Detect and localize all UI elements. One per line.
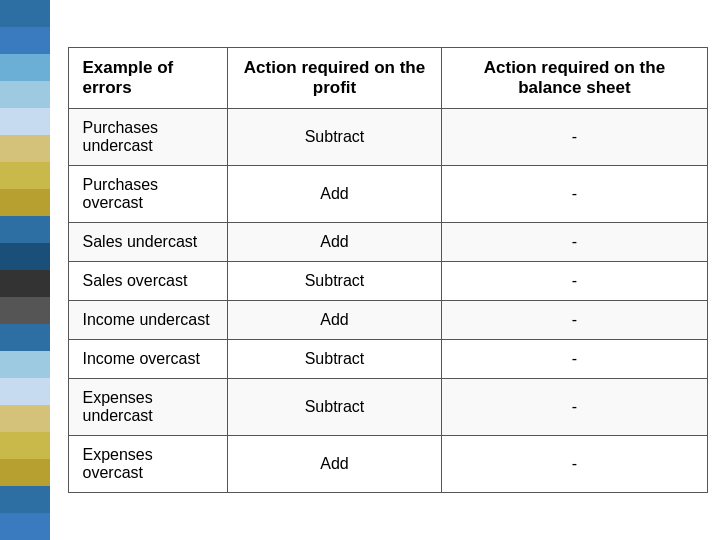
cell-balance-action: - <box>442 379 707 436</box>
table-row: Sales undercastAdd- <box>68 223 707 262</box>
cell-example: Expenses overcast <box>68 436 227 493</box>
cell-balance-action: - <box>442 301 707 340</box>
cell-profit-action: Add <box>227 301 442 340</box>
table-row: Income overcastSubtract- <box>68 340 707 379</box>
decorative-sidebar <box>0 0 50 540</box>
cell-profit-action: Subtract <box>227 340 442 379</box>
cell-balance-action: - <box>442 109 707 166</box>
col-header-example: Example of errors <box>68 48 227 109</box>
table-row: Expenses undercastSubtract- <box>68 379 707 436</box>
table-row: Purchases undercastSubtract- <box>68 109 707 166</box>
cell-profit-action: Subtract <box>227 262 442 301</box>
col-header-profit: Action required on the profit <box>227 48 442 109</box>
cell-example: Sales overcast <box>68 262 227 301</box>
cell-example: Income overcast <box>68 340 227 379</box>
table-row: Expenses overcastAdd- <box>68 436 707 493</box>
cell-example: Expenses undercast <box>68 379 227 436</box>
cell-balance-action: - <box>442 340 707 379</box>
cell-example: Purchases overcast <box>68 166 227 223</box>
main-table-container: Example of errors Action required on the… <box>68 47 708 493</box>
table-row: Income undercastAdd- <box>68 301 707 340</box>
cell-profit-action: Add <box>227 223 442 262</box>
table-row: Purchases overcastAdd- <box>68 166 707 223</box>
cell-balance-action: - <box>442 262 707 301</box>
cell-profit-action: Add <box>227 166 442 223</box>
cell-balance-action: - <box>442 166 707 223</box>
cell-profit-action: Subtract <box>227 379 442 436</box>
cell-balance-action: - <box>442 223 707 262</box>
cell-example: Sales undercast <box>68 223 227 262</box>
table-header-row: Example of errors Action required on the… <box>68 48 707 109</box>
cell-example: Income undercast <box>68 301 227 340</box>
errors-table: Example of errors Action required on the… <box>68 47 708 493</box>
cell-profit-action: Subtract <box>227 109 442 166</box>
cell-profit-action: Add <box>227 436 442 493</box>
col-header-balance: Action required on the balance sheet <box>442 48 707 109</box>
cell-balance-action: - <box>442 436 707 493</box>
cell-example: Purchases undercast <box>68 109 227 166</box>
table-row: Sales overcastSubtract- <box>68 262 707 301</box>
